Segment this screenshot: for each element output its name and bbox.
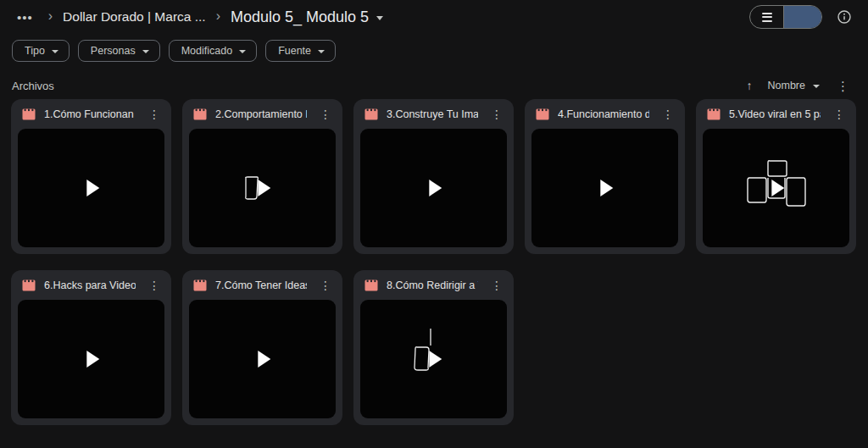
chevron-down-icon [142, 50, 149, 53]
file-more-options-button[interactable]: ⋮ [487, 277, 507, 294]
chevron-down-icon [813, 85, 820, 88]
video-file-icon [707, 108, 721, 120]
list-view-button[interactable] [750, 6, 784, 28]
breadcrumb-more-icon[interactable]: ••• [12, 10, 38, 25]
file-name: 5.Video viral en 5 pas... [729, 108, 821, 120]
video-thumbnail[interactable] [531, 129, 678, 247]
list-view-icon [762, 13, 772, 22]
file-card[interactable]: 8.Cómo Redirigir a Yo... ⋮ [353, 270, 514, 425]
video-file-icon [22, 279, 36, 291]
play-icon [86, 180, 99, 196]
video-file-icon [364, 108, 378, 120]
file-name: 6.Hacks para Videos ... [44, 279, 136, 291]
file-card[interactable]: 1.Cómo Funcionan La... ⋮ [11, 99, 171, 254]
chevron-down-icon [239, 50, 246, 53]
file-name: 4.Funcionamiento del... [558, 108, 649, 120]
top-bar: ••• › Dollar Dorado | Marca ... › Modulo… [0, 0, 868, 34]
video-file-icon [22, 108, 36, 120]
play-icon [258, 351, 270, 368]
chevron-right-icon: › [38, 9, 63, 23]
play-icon [86, 351, 99, 368]
files-section-header: Archivos ↑ Nombre ⋮ [0, 67, 868, 99]
file-card-header: 4.Funcionamiento del... ⋮ [525, 99, 685, 129]
video-thumbnail[interactable] [360, 300, 507, 418]
file-more-options-button[interactable]: ⋮ [144, 106, 164, 123]
video-file-icon [193, 108, 207, 120]
filter-chip-label: Tipo [25, 45, 45, 57]
video-file-icon [536, 108, 549, 120]
file-more-options-button[interactable]: ⋮ [658, 106, 678, 123]
video-thumbnail[interactable] [18, 129, 164, 247]
file-more-options-button[interactable]: ⋮ [487, 106, 507, 123]
play-icon [429, 351, 442, 368]
file-card-header: 8.Cómo Redirigir a Yo... ⋮ [353, 270, 514, 300]
chevron-right-icon: › [206, 9, 231, 23]
file-card-header: 5.Video viral en 5 pas... ⋮ [696, 99, 856, 129]
file-card-header: 1.Cómo Funcionan La... ⋮ [11, 99, 171, 129]
file-card-header: 6.Hacks para Videos ... ⋮ [11, 270, 171, 300]
video-thumbnail[interactable] [18, 300, 164, 418]
filter-chip-label: Fuente [278, 45, 311, 57]
section-title: Archivos [12, 80, 54, 92]
play-icon [429, 180, 442, 196]
filter-chip-source[interactable]: Fuente [265, 40, 336, 62]
video-file-icon [364, 279, 378, 291]
play-icon [771, 180, 784, 196]
filter-chip-type[interactable]: Tipo [12, 40, 70, 62]
play-icon [600, 180, 613, 196]
chevron-down-icon [52, 50, 58, 53]
video-thumbnail[interactable] [703, 129, 849, 247]
file-card-header: 7.Cómo Tener Ideas In... ⋮ [182, 270, 342, 300]
file-card[interactable]: 7.Cómo Tener Ideas In... ⋮ [182, 270, 342, 425]
file-name: 7.Cómo Tener Ideas In... [215, 279, 307, 291]
breadcrumb-parent-folder[interactable]: Dollar Dorado | Marca ... [63, 9, 206, 25]
file-more-options-button[interactable]: ⋮ [829, 106, 849, 123]
sort-by-dropdown[interactable]: Nombre [768, 80, 820, 91]
grid-view-button-selected[interactable] [784, 6, 821, 28]
sort-direction-button[interactable]: ↑ [740, 79, 760, 92]
file-name: 1.Cómo Funcionan La... [44, 108, 136, 120]
filter-chip-people[interactable]: Personas [78, 40, 160, 62]
video-thumbnail[interactable] [360, 129, 507, 247]
video-file-icon [193, 279, 207, 291]
filter-chip-modified[interactable]: Modificado [169, 40, 257, 62]
file-card[interactable]: 4.Funcionamiento del... ⋮ [525, 99, 685, 254]
info-button[interactable] [834, 7, 854, 27]
file-card-header: 3.Construye Tu Image... ⋮ [353, 99, 514, 129]
play-icon [258, 180, 270, 196]
file-card-header: 2.Comportamiento H... ⋮ [182, 99, 342, 129]
file-more-options-button[interactable]: ⋮ [315, 106, 336, 123]
file-card[interactable]: 5.Video viral en 5 pas... ⋮ [696, 99, 856, 254]
chevron-down-icon [318, 50, 325, 53]
video-thumbnail[interactable] [189, 129, 336, 247]
file-name: 3.Construye Tu Image... [387, 108, 478, 120]
file-grid: 1.Cómo Funcionan La... ⋮ 2.Comportamient… [0, 99, 868, 425]
filter-chip-label: Personas [91, 45, 136, 57]
file-card[interactable]: 6.Hacks para Videos ... ⋮ [11, 270, 171, 425]
current-folder-name: Modulo 5_ Modulo 5 [231, 8, 369, 26]
filter-chip-row: Tipo Personas Modificado Fuente [0, 34, 868, 67]
file-card[interactable]: 3.Construye Tu Image... ⋮ [353, 99, 514, 254]
file-more-options-button[interactable]: ⋮ [315, 277, 336, 294]
file-more-options-button[interactable]: ⋮ [144, 277, 164, 294]
file-name: 8.Cómo Redirigir a Yo... [387, 279, 478, 291]
info-icon [837, 10, 851, 24]
sort-by-label: Nombre [768, 80, 805, 91]
file-name: 2.Comportamiento H... [215, 108, 307, 120]
filter-chip-label: Modificado [181, 45, 232, 57]
breadcrumb-current-folder[interactable]: Modulo 5_ Modulo 5 [231, 8, 383, 26]
section-more-options-button[interactable]: ⋮ [832, 80, 854, 92]
layout-view-toggle [749, 5, 822, 29]
folder-dropdown-caret-icon [376, 16, 383, 20]
video-thumbnail[interactable] [189, 300, 336, 418]
file-card[interactable]: 2.Comportamiento H... ⋮ [182, 99, 342, 254]
